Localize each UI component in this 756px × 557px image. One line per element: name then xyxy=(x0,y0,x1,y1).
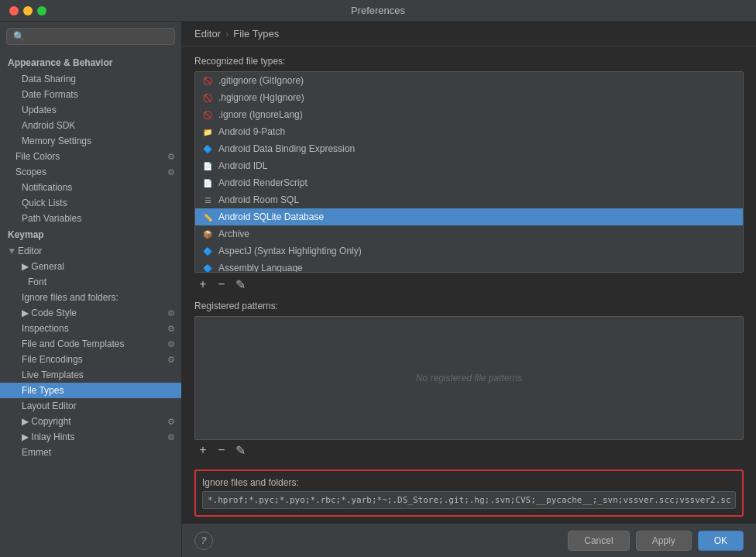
add-file-type-button[interactable]: + xyxy=(194,276,211,293)
maximize-button[interactable] xyxy=(37,6,46,15)
ignore-input[interactable] xyxy=(202,491,736,509)
registered-label: Registered patterns: xyxy=(194,301,744,311)
sidebar-item-date-formats[interactable]: Date Formats xyxy=(0,87,181,102)
file-type-android-renderscript[interactable]: 📄 Android RenderScript xyxy=(195,174,743,191)
registered-section: Registered patterns: No registered file … xyxy=(194,301,744,460)
sidebar-item-font[interactable]: Font xyxy=(0,274,181,290)
file-type-android-9patch[interactable]: 📁 Android 9-Patch xyxy=(195,123,743,140)
sidebar-item-inlay-hints[interactable]: ▶ Inlay Hints ⚙ xyxy=(0,429,181,445)
editor-expand-arrow: ▶ xyxy=(9,249,16,254)
window-controls xyxy=(9,6,46,15)
file-code-templates-settings-icon: ⚙ xyxy=(167,339,175,349)
sidebar-section-editor[interactable]: ▶ Editor xyxy=(0,243,181,259)
breadcrumb-parent: Editor xyxy=(194,28,221,40)
file-types-list: 🚫 .gitignore (GitIgnore) 🚫 .hgignore (Hg… xyxy=(194,71,744,273)
file-encodings-settings-icon: ⚙ xyxy=(167,355,175,365)
remove-pattern-button[interactable]: − xyxy=(213,442,230,459)
sidebar-item-code-style[interactable]: ▶ Code Style ⚙ xyxy=(0,305,181,321)
content-area: Editor › File Types Recognized file type… xyxy=(182,22,756,557)
sidebar-item-general[interactable]: ▶ General xyxy=(0,259,181,274)
file-type-ignore[interactable]: 🚫 .ignore (IgnoreLang) xyxy=(195,106,743,123)
ignore-icon: 🚫 xyxy=(201,108,214,121)
sidebar-item-layout-editor[interactable]: Layout Editor xyxy=(0,398,181,414)
list-toolbar-types: + − ✎ xyxy=(194,274,744,294)
sidebar-item-android-sdk[interactable]: Android SDK xyxy=(0,118,181,133)
apply-button[interactable]: Apply xyxy=(636,531,692,551)
sidebar-item-file-colors[interactable]: File Colors ⚙ xyxy=(0,149,181,164)
close-button[interactable] xyxy=(9,6,19,15)
copyright-settings-icon: ⚙ xyxy=(167,417,175,427)
patterns-box: No registered file patterns xyxy=(194,316,744,440)
sidebar-item-file-types[interactable]: File Types xyxy=(0,383,181,398)
breadcrumb: Editor › File Types xyxy=(182,22,756,46)
android-idl-icon: 📄 xyxy=(201,160,214,172)
aspectj-icon: 🔷 xyxy=(201,245,214,257)
sidebar-item-memory-settings[interactable]: Memory Settings xyxy=(0,133,181,149)
hgignore-icon: 🚫 xyxy=(201,91,214,104)
code-style-settings-icon: ⚙ xyxy=(167,308,175,318)
window-title: Preferences xyxy=(351,5,405,16)
remove-file-type-button[interactable]: − xyxy=(213,276,230,293)
file-type-gitignore[interactable]: 🚫 .gitignore (GitIgnore) xyxy=(195,72,743,89)
inlay-hints-settings-icon: ⚙ xyxy=(167,432,175,442)
cancel-button[interactable]: Cancel xyxy=(568,531,629,551)
sidebar-item-color-scheme[interactable]: Ignore files and folders: xyxy=(0,290,181,305)
file-type-aspectj[interactable]: 🔷 AspectJ (Syntax Highlighting Only) xyxy=(195,242,743,260)
gitignore-icon: 🚫 xyxy=(201,74,214,87)
sidebar: 🔍 Appearance & Behavior Data Sharing Dat… xyxy=(0,22,182,557)
sidebar-item-data-sharing[interactable]: Data Sharing xyxy=(0,71,181,87)
ignore-label: Ignore files and folders: xyxy=(202,477,736,488)
editor-label: Editor xyxy=(18,246,42,256)
help-button[interactable]: ? xyxy=(194,531,213,550)
scopes-settings-icon: ⚙ xyxy=(167,167,175,177)
file-type-android-room-sql[interactable]: ☰ Android Room SQL xyxy=(195,191,743,208)
android-sqlite-icon: ✏️ xyxy=(201,211,214,223)
android-db-icon: 🔷 xyxy=(201,143,214,155)
sidebar-item-path-variables[interactable]: Path Variables xyxy=(0,211,181,226)
edit-file-type-button[interactable]: ✎ xyxy=(232,276,249,293)
recognized-label: Recognized file types: xyxy=(194,56,744,67)
search-icon: 🔍 xyxy=(13,31,25,42)
sidebar-item-inspections[interactable]: Inspections ⚙ xyxy=(0,321,181,336)
sidebar-item-copyright[interactable]: ▶ Copyright ⚙ xyxy=(0,414,181,429)
android-rs-icon: 📄 xyxy=(201,177,214,189)
content-scroll: Recognized file types: 🚫 .gitignore (Git… xyxy=(182,46,756,463)
breadcrumb-current: File Types xyxy=(233,28,279,40)
sidebar-item-scopes[interactable]: Scopes ⚙ xyxy=(0,164,181,180)
footer-actions: Cancel Apply OK xyxy=(568,531,744,551)
title-bar: Preferences xyxy=(0,0,756,22)
sidebar-item-keymap[interactable]: Keymap xyxy=(0,226,181,243)
file-type-android-idl[interactable]: 📄 Android IDL xyxy=(195,157,743,174)
sidebar-item-quick-lists[interactable]: Quick Lists xyxy=(0,195,181,211)
search-box[interactable]: 🔍 xyxy=(6,28,175,45)
sidebar-item-file-code-templates[interactable]: File and Code Templates ⚙ xyxy=(0,336,181,352)
breadcrumb-separator: › xyxy=(225,28,229,40)
ok-button[interactable]: OK xyxy=(698,531,744,551)
search-input[interactable] xyxy=(28,31,168,42)
file-colors-settings-icon: ⚙ xyxy=(167,152,175,162)
add-pattern-button[interactable]: + xyxy=(194,442,211,459)
android9patch-icon: 📁 xyxy=(201,125,214,138)
file-type-android-sqlite[interactable]: ✏️ Android SQLite Database xyxy=(195,208,743,225)
sidebar-item-live-templates[interactable]: Live Templates xyxy=(0,367,181,383)
no-patterns-text: No registered file patterns xyxy=(416,373,522,383)
sidebar-item-notifications[interactable]: Notifications xyxy=(0,180,181,195)
file-type-assembly[interactable]: 🔷 Assembly Language xyxy=(195,260,743,273)
sidebar-section-appearance-behavior[interactable]: Appearance & Behavior xyxy=(0,54,181,71)
sidebar-item-updates[interactable]: Updates xyxy=(0,102,181,118)
file-type-hgignore[interactable]: 🚫 .hgignore (HgIgnore) xyxy=(195,89,743,106)
sidebar-content: Appearance & Behavior Data Sharing Date … xyxy=(0,51,181,557)
file-type-android-data-binding[interactable]: 🔷 Android Data Binding Expression xyxy=(195,140,743,157)
sidebar-item-file-encodings[interactable]: File Encodings ⚙ xyxy=(0,352,181,367)
edit-pattern-button[interactable]: ✎ xyxy=(232,442,249,459)
inspections-settings-icon: ⚙ xyxy=(167,324,175,334)
main-layout: 🔍 Appearance & Behavior Data Sharing Dat… xyxy=(0,22,756,557)
android-room-icon: ☰ xyxy=(201,194,214,206)
footer: ? Cancel Apply OK xyxy=(182,523,756,557)
file-type-archive[interactable]: 📦 Archive xyxy=(195,225,743,242)
sidebar-item-emmet[interactable]: Emmet xyxy=(0,445,181,460)
archive-icon: 📦 xyxy=(201,228,214,240)
minimize-button[interactable] xyxy=(23,6,33,15)
list-toolbar-patterns: + − ✎ xyxy=(194,440,744,460)
assembly-icon: 🔷 xyxy=(201,262,214,273)
